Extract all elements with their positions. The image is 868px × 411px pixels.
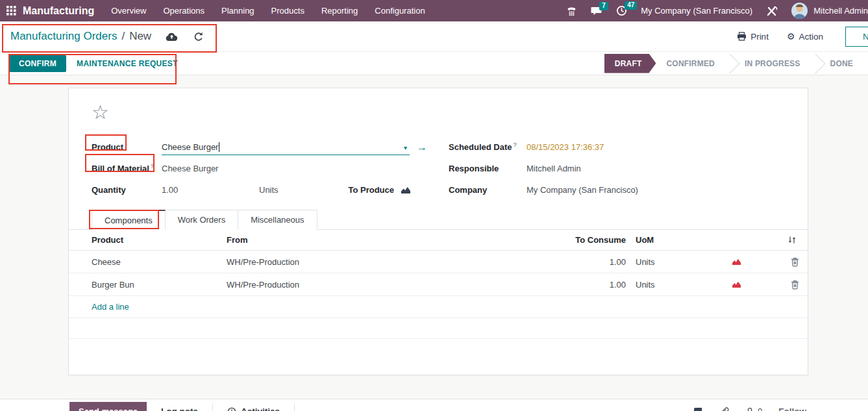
quantity-value[interactable]: 1.00 [162, 185, 259, 195]
app-menu: Overview Operations Planning Products Re… [111, 6, 425, 16]
company-label: Company [449, 185, 527, 195]
dropdown-caret-icon[interactable]: ▾ [404, 144, 407, 151]
attachment-paperclip-icon[interactable] [719, 406, 729, 411]
followers-count: 0 [758, 406, 762, 411]
cell-to-consume[interactable]: 1.00 [535, 257, 632, 267]
product-value: Cheese Burger [162, 142, 218, 152]
bom-value[interactable]: Cheese Burger [162, 164, 218, 173]
quantity-uom-value[interactable]: Units [259, 185, 279, 195]
record-save-controls [166, 31, 204, 42]
app-name[interactable]: Manufacturing [23, 5, 94, 17]
company-value[interactable]: My Company (San Francisco) [527, 185, 638, 195]
user-name[interactable]: Mitchell Admin [813, 6, 868, 16]
cell-product[interactable]: Cheese [69, 257, 227, 267]
cell-uom[interactable]: Units [632, 257, 691, 267]
form-right-column: Scheduled Date? 08/15/2023 17:36:37 Resp… [449, 136, 797, 201]
maintenance-request-button[interactable]: MAINTENANCE REQUEST [77, 59, 178, 68]
follow-button[interactable]: Follow [778, 406, 806, 411]
activities-label: Activities [241, 406, 280, 411]
header-to-consume: To Consume [535, 235, 632, 245]
notebook-tabs: Components Work Orders Miscellaneous [69, 210, 808, 230]
manufacturing-order-page: Manufacturing Overview Operations Planni… [0, 0, 868, 411]
save-cloud-icon[interactable] [166, 32, 178, 42]
responsible-label: Responsible [449, 164, 527, 173]
nav-products[interactable]: Products [271, 6, 304, 16]
action-button[interactable]: ⚙ Action [787, 32, 823, 42]
stage-in-progress[interactable]: IN PROGRESS [734, 59, 811, 68]
nav-configuration[interactable]: Configuration [375, 6, 425, 16]
header-product: Product [69, 235, 227, 245]
text-cursor [219, 142, 219, 152]
cell-from[interactable]: WH/Pre-Production [227, 257, 535, 267]
stage-confirmed[interactable]: CONFIRMED [656, 59, 725, 68]
forecast-chart-icon[interactable] [691, 280, 782, 288]
nav-planning[interactable]: Planning [221, 6, 254, 16]
apps-grid-icon[interactable] [6, 6, 16, 16]
activities-clock-icon[interactable]: 47 [616, 5, 627, 16]
nav-operations[interactable]: Operations [163, 6, 205, 16]
delete-row-trash-icon[interactable] [782, 280, 808, 290]
messages-icon[interactable]: 7 [591, 6, 602, 16]
activities-button[interactable]: Activities [227, 406, 280, 411]
print-button[interactable]: Print [737, 32, 769, 42]
confirm-button[interactable]: CONFIRM [9, 55, 66, 72]
discard-undo-icon[interactable] [193, 31, 204, 42]
responsible-value[interactable]: Mitchell Admin [527, 164, 581, 173]
company-row: Company My Company (San Francisco) [449, 179, 797, 201]
component-row-cheese[interactable]: Cheese WH/Pre-Production 1.00 Units [69, 251, 808, 273]
stage-chevron-icon [805, 53, 825, 73]
forecast-chart-icon[interactable] [691, 258, 782, 266]
scheduled-date-value[interactable]: 08/15/2023 17:36:37 [527, 142, 604, 152]
voip-phone-icon[interactable] [566, 6, 577, 16]
quantity-label: Quantity [92, 185, 162, 195]
log-note-button[interactable]: Log note [161, 406, 198, 411]
tab-miscellaneous[interactable]: Miscellaneous [238, 210, 317, 230]
log-book-icon[interactable] [693, 407, 703, 411]
stage-pipeline: DRAFT CONFIRMED IN PROGRESS DONE [604, 52, 868, 75]
quantity-field-row: Quantity 1.00 Units To Produce [92, 179, 429, 201]
gear-icon: ⚙ [787, 32, 795, 41]
stage-done[interactable]: DONE [820, 59, 863, 68]
cell-product[interactable]: Burger Bun [69, 280, 227, 290]
debug-tools-icon[interactable] [766, 6, 778, 16]
cell-uom[interactable]: Units [632, 280, 691, 290]
chatter-right-tools: 0 Follow [693, 406, 806, 411]
breadcrumb-parent-link[interactable]: Manufacturing Orders [10, 30, 117, 43]
printer-icon [737, 32, 747, 41]
component-row-burger-bun[interactable]: Burger Bun WH/Pre-Production 1.00 Units [69, 273, 808, 296]
to-produce-forecast-chart-icon[interactable] [401, 186, 411, 194]
print-label: Print [750, 32, 769, 42]
optional-columns-icon[interactable] [782, 236, 808, 244]
header-from: From [227, 235, 535, 245]
control-panel: Manufacturing Orders / New [0, 21, 868, 52]
product-field-row: Product Cheese Burger ▾ → [92, 136, 429, 158]
divider [212, 403, 213, 411]
main-content: ☆ Product Cheese Burger ▾ → Bill of [0, 88, 868, 399]
tab-work-orders[interactable]: Work Orders [166, 210, 238, 230]
top-nav-bar: Manufacturing Overview Operations Planni… [0, 0, 868, 21]
internal-link-arrow-icon[interactable]: → [417, 142, 427, 153]
stage-draft[interactable]: DRAFT [604, 54, 656, 73]
apps-grid-icon-svg [6, 6, 16, 16]
delete-row-trash-icon[interactable] [782, 257, 808, 267]
tab-components[interactable]: Components [92, 210, 166, 230]
chatter-bar: Send message Log note Activities [0, 399, 868, 411]
nav-reporting[interactable]: Reporting [321, 6, 358, 16]
topbar-right: 7 47 My Company (San Francisco) [566, 3, 868, 19]
followers-icon[interactable] [745, 407, 754, 411]
form-sheet: ☆ Product Cheese Burger ▾ → Bill of [68, 88, 808, 375]
form-left-column: Product Cheese Burger ▾ → Bill of Materi… [92, 136, 429, 201]
product-input[interactable]: Cheese Burger ▾ [162, 140, 410, 155]
favorite-star-icon[interactable]: ☆ [92, 103, 109, 122]
cell-to-consume[interactable]: 1.00 [535, 280, 632, 290]
user-avatar[interactable] [791, 3, 808, 19]
bom-label: Bill of Material? [92, 163, 162, 173]
send-message-button[interactable]: Send message [69, 402, 147, 411]
add-line-row: Add a line [69, 296, 808, 318]
new-button[interactable]: New [845, 27, 868, 47]
scheduled-date-row: Scheduled Date? 08/15/2023 17:36:37 [449, 136, 797, 158]
add-a-line-link[interactable]: Add a line [92, 302, 129, 312]
cell-from[interactable]: WH/Pre-Production [227, 280, 535, 290]
company-switcher[interactable]: My Company (San Francisco) [641, 6, 752, 16]
nav-overview[interactable]: Overview [111, 6, 146, 16]
